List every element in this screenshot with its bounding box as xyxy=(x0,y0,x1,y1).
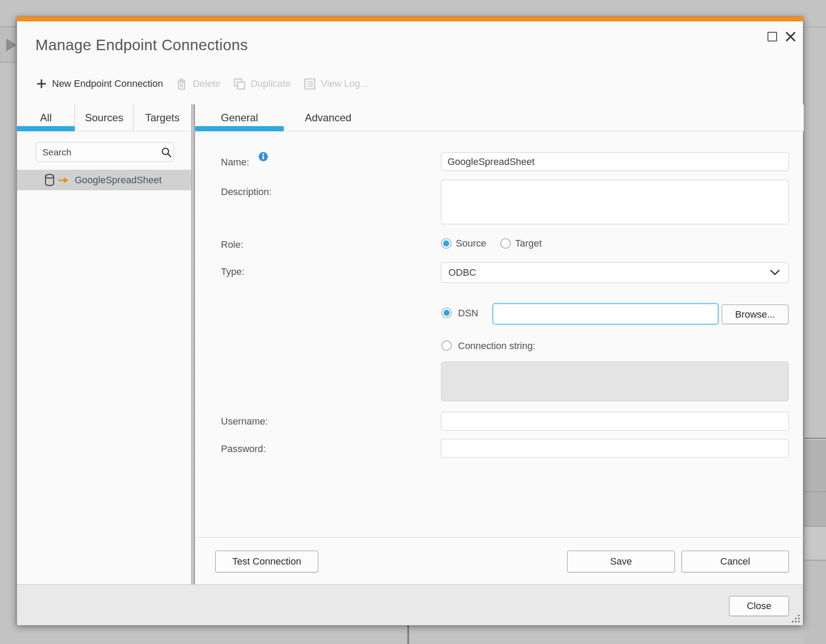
role-radio-group: Source Target xyxy=(441,238,542,249)
maximize-icon[interactable] xyxy=(767,32,777,41)
duplicate-label: Duplicate xyxy=(251,78,291,89)
database-icon xyxy=(44,174,55,186)
search-icon xyxy=(161,147,172,158)
role-label: Role: xyxy=(221,239,243,250)
dsn-radio[interactable] xyxy=(441,308,452,318)
delete-button[interactable]: Delete xyxy=(176,78,220,90)
target-radio[interactable] xyxy=(500,238,511,249)
close-icon[interactable] xyxy=(785,31,796,42)
tab-general-label: General xyxy=(221,112,258,124)
sidebar-splitter[interactable] xyxy=(191,104,195,584)
password-label: Password: xyxy=(221,443,266,455)
dialog-title: Manage Endpoint Connections xyxy=(35,36,248,54)
tab-advanced[interactable]: Advanced xyxy=(284,104,372,131)
trash-icon xyxy=(176,78,187,90)
target-radio-label: Target xyxy=(515,238,542,249)
tab-advanced-label: Advanced xyxy=(305,112,351,124)
dialog-footer: Close xyxy=(17,584,803,625)
search-box xyxy=(36,142,174,162)
info-icon[interactable] xyxy=(258,152,268,161)
source-radio-label: Source xyxy=(456,238,486,249)
view-log-button[interactable]: View Log... xyxy=(304,78,368,90)
tab-sources-label: Sources xyxy=(85,112,123,124)
background-grid-edge xyxy=(804,0,826,644)
connection-list-item[interactable]: GoogleSpreadSheet xyxy=(17,170,191,190)
test-connection-button[interactable]: Test Connection xyxy=(215,551,318,572)
dsn-input[interactable] xyxy=(492,303,719,325)
log-list-icon xyxy=(304,78,316,90)
close-button[interactable]: Close xyxy=(729,596,789,616)
connection-name: GoogleSpreadSheet xyxy=(75,175,162,186)
background-grid-band xyxy=(804,527,826,560)
tab-sources[interactable]: Sources xyxy=(75,104,133,131)
sidebar-tabs: All Sources Targets xyxy=(17,104,191,131)
view-log-label: View Log... xyxy=(321,78,368,89)
background-column-divider xyxy=(407,625,409,644)
duplicate-icon xyxy=(234,78,245,90)
cancel-button[interactable]: Cancel xyxy=(681,551,789,572)
name-input[interactable] xyxy=(441,152,789,171)
play-triangle-icon xyxy=(6,38,17,51)
connection-string-radio[interactable] xyxy=(441,340,452,351)
source-radio[interactable] xyxy=(441,238,451,249)
new-endpoint-connection-label: New Endpoint Connection xyxy=(52,78,163,89)
dsn-radio-label: DSN xyxy=(458,308,478,319)
password-input[interactable] xyxy=(441,439,789,458)
chevron-down-icon xyxy=(770,270,780,276)
username-label: Username: xyxy=(221,416,268,427)
plus-icon xyxy=(36,79,47,89)
type-select-value: ODBC xyxy=(448,267,770,278)
save-button[interactable]: Save xyxy=(567,551,675,572)
username-input[interactable] xyxy=(441,412,789,431)
connection-string-radio-label: Connection string: xyxy=(458,340,535,352)
background-grid-band xyxy=(804,440,826,526)
new-endpoint-connection-button[interactable]: New Endpoint Connection xyxy=(36,78,163,89)
tab-general[interactable]: General xyxy=(195,104,284,131)
background-grid-line xyxy=(804,438,826,439)
resize-grip[interactable] xyxy=(792,614,800,623)
manage-endpoint-connections-dialog: Manage Endpoint Connections New Endpoint… xyxy=(17,17,803,625)
actions-separator xyxy=(195,537,804,538)
delete-label: Delete xyxy=(193,78,220,89)
browse-button[interactable]: Browse... xyxy=(722,305,788,324)
dialog-toolbar: New Endpoint Connection Delete xyxy=(36,74,368,94)
description-label: Description: xyxy=(221,186,272,198)
duplicate-button[interactable]: Duplicate xyxy=(234,78,291,90)
type-select[interactable]: ODBC xyxy=(441,262,789,283)
description-textarea[interactable] xyxy=(441,180,789,224)
name-label: Name: xyxy=(221,157,249,168)
source-arrow-icon xyxy=(58,176,69,184)
tab-targets[interactable]: Targets xyxy=(133,104,191,131)
background-grid-band xyxy=(804,561,826,644)
connection-string-textarea[interactable] xyxy=(441,361,789,401)
tab-all-label: All xyxy=(40,112,52,124)
search-input[interactable] xyxy=(42,147,161,158)
tab-targets-label: Targets xyxy=(145,112,179,124)
background-dotted-line xyxy=(804,491,826,492)
tab-all[interactable]: All xyxy=(17,104,75,131)
main-tabs: General Advanced xyxy=(195,104,804,131)
dialog-accent-bar xyxy=(17,17,803,21)
type-label: Type: xyxy=(221,266,244,277)
